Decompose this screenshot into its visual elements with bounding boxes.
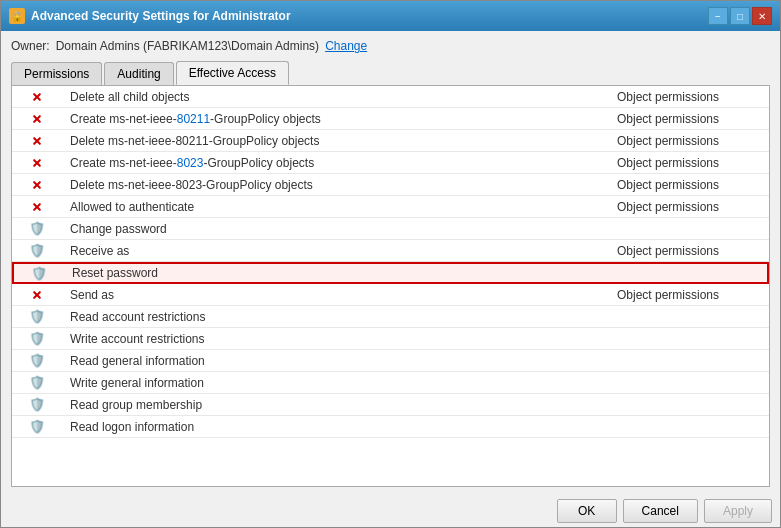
cancel-button[interactable]: Cancel: [623, 499, 698, 523]
permission-cell: Read general information: [62, 352, 609, 370]
inherited-cell: Object permissions: [609, 110, 769, 128]
permission-cell: Read logon information: [62, 418, 609, 436]
permission-cell: Change password: [62, 220, 609, 238]
link-text[interactable]: 80211: [177, 112, 210, 126]
table-row[interactable]: Send as Object permissions: [12, 284, 769, 306]
tab-effective-access[interactable]: Effective Access: [176, 61, 289, 85]
row-icon: 🛡️: [12, 352, 62, 370]
inherited-cell: [609, 315, 769, 319]
maximize-button[interactable]: □: [730, 7, 750, 25]
table-row[interactable]: 🛡️ Read general information: [12, 350, 769, 372]
title-bar-left: 🔒 Advanced Security Settings for Adminis…: [9, 8, 291, 24]
row-icon: [12, 286, 62, 304]
minimize-button[interactable]: −: [708, 7, 728, 25]
deny-icon: [30, 156, 44, 170]
table-row-selected[interactable]: 🛡️ Reset password: [12, 262, 769, 284]
inherited-cell: Object permissions: [609, 88, 769, 106]
permission-cell: Read account restrictions: [62, 308, 609, 326]
allow-icon: 🛡️: [32, 266, 46, 280]
ok-button[interactable]: OK: [557, 499, 617, 523]
allow-icon: 🛡️: [30, 222, 44, 236]
allow-icon: 🛡️: [30, 310, 44, 324]
permission-cell: Read group membership: [62, 396, 609, 414]
close-button[interactable]: ✕: [752, 7, 772, 25]
row-icon: [12, 198, 62, 216]
allow-icon: 🛡️: [30, 420, 44, 434]
inherited-cell: [609, 381, 769, 385]
permission-cell: Create ms-net-ieee-8023-GroupPolicy obje…: [62, 154, 609, 172]
permission-cell: Write account restrictions: [62, 330, 609, 348]
main-window: 🔒 Advanced Security Settings for Adminis…: [0, 0, 781, 528]
row-icon: 🛡️: [12, 374, 62, 392]
apply-button[interactable]: Apply: [704, 499, 772, 523]
permission-cell: Delete ms-net-ieee-80211-GroupPolicy obj…: [62, 132, 609, 150]
owner-value: Domain Admins (FABRIKAM123\Domain Admins…: [56, 39, 319, 53]
inherited-cell: Object permissions: [609, 154, 769, 172]
permission-cell: Allowed to authenticate: [62, 198, 609, 216]
permission-cell: Write general information: [62, 374, 609, 392]
row-icon: 🛡️: [12, 242, 62, 260]
inherited-cell: [607, 271, 767, 275]
table-row[interactable]: Create ms-net-ieee-8023-GroupPolicy obje…: [12, 152, 769, 174]
table-row[interactable]: Delete ms-net-ieee-8023-GroupPolicy obje…: [12, 174, 769, 196]
owner-row: Owner: Domain Admins (FABRIKAM123\Domain…: [11, 39, 770, 53]
inherited-cell: [609, 403, 769, 407]
permissions-table: Delete all child objects Object permissi…: [11, 85, 770, 487]
table-row[interactable]: 🛡️ Read group membership: [12, 394, 769, 416]
row-icon: 🛡️: [12, 330, 62, 348]
row-icon: [12, 88, 62, 106]
table-row[interactable]: 🛡️ Write general information: [12, 372, 769, 394]
inherited-cell: Object permissions: [609, 242, 769, 260]
row-icon: [12, 110, 62, 128]
tabs-row: Permissions Auditing Effective Access: [11, 61, 770, 85]
row-icon: 🛡️: [14, 264, 64, 282]
title-buttons: − □ ✕: [708, 7, 772, 25]
permission-cell: Delete all child objects: [62, 88, 609, 106]
inherited-cell: Object permissions: [609, 198, 769, 216]
allow-icon: 🛡️: [30, 376, 44, 390]
table-row[interactable]: 🛡️ Read logon information: [12, 416, 769, 438]
inherited-cell: [609, 425, 769, 429]
allow-icon: 🛡️: [30, 332, 44, 346]
row-icon: 🛡️: [12, 220, 62, 238]
table-row[interactable]: Delete all child objects Object permissi…: [12, 86, 769, 108]
row-icon: [12, 176, 62, 194]
title-bar: 🔒 Advanced Security Settings for Adminis…: [1, 1, 780, 31]
allow-icon: 🛡️: [30, 354, 44, 368]
permission-cell: Delete ms-net-ieee-8023-GroupPolicy obje…: [62, 176, 609, 194]
row-icon: 🛡️: [12, 396, 62, 414]
tab-auditing[interactable]: Auditing: [104, 62, 173, 85]
table-row[interactable]: 🛡️ Receive as Object permissions: [12, 240, 769, 262]
window-title: Advanced Security Settings for Administr…: [31, 9, 291, 23]
permission-cell: Reset password: [64, 264, 607, 282]
inherited-cell: Object permissions: [609, 132, 769, 150]
permission-cell: Receive as: [62, 242, 609, 260]
table-row[interactable]: 🛡️ Read account restrictions: [12, 306, 769, 328]
table-row[interactable]: 🛡️ Write account restrictions: [12, 328, 769, 350]
row-icon: 🛡️: [12, 308, 62, 326]
table-row[interactable]: Create ms-net-ieee-80211-GroupPolicy obj…: [12, 108, 769, 130]
inherited-cell: [609, 227, 769, 231]
inherited-cell: Object permissions: [609, 176, 769, 194]
table-body: Delete all child objects Object permissi…: [12, 86, 769, 486]
table-row[interactable]: Allowed to authenticate Object permissio…: [12, 196, 769, 218]
inherited-cell: [609, 337, 769, 341]
owner-label: Owner:: [11, 39, 50, 53]
footer: OK Cancel Apply: [1, 493, 780, 527]
permission-cell: Create ms-net-ieee-80211-GroupPolicy obj…: [62, 110, 609, 128]
deny-icon: [30, 178, 44, 192]
table-row[interactable]: Delete ms-net-ieee-80211-GroupPolicy obj…: [12, 130, 769, 152]
allow-icon: 🛡️: [30, 398, 44, 412]
table-row[interactable]: 🛡️ Change password: [12, 218, 769, 240]
window-icon: 🔒: [9, 8, 25, 24]
tab-permissions[interactable]: Permissions: [11, 62, 102, 85]
content-area: Owner: Domain Admins (FABRIKAM123\Domain…: [1, 31, 780, 493]
permission-cell: Send as: [62, 286, 609, 304]
change-owner-link[interactable]: Change: [325, 39, 367, 53]
deny-icon: [30, 200, 44, 214]
row-icon: [12, 132, 62, 150]
inherited-cell: Object permissions: [609, 286, 769, 304]
allow-icon: 🛡️: [30, 244, 44, 258]
row-icon: 🛡️: [12, 418, 62, 436]
link-text[interactable]: 8023: [177, 156, 204, 170]
